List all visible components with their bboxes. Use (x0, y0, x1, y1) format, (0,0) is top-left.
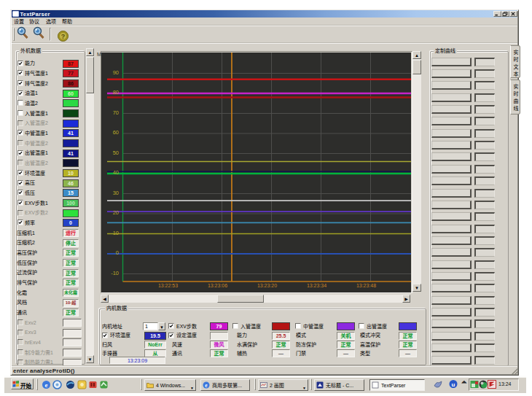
svg-text:13:23:48: 13:23:48 (356, 283, 376, 288)
svg-text:60: 60 (113, 129, 119, 136)
svg-text:10: 10 (113, 229, 119, 236)
svg-text:0: 0 (116, 249, 119, 256)
svg-text:90: 90 (113, 69, 119, 75)
svg-text:50: 50 (113, 149, 119, 155)
svg-text:?: ? (61, 32, 66, 39)
svg-text:70: 70 (113, 109, 119, 115)
svg-text:13:22:53: 13:22:53 (158, 283, 178, 288)
svg-text:20: 20 (113, 209, 119, 216)
svg-text:-10: -10 (111, 269, 119, 276)
svg-text:13:23:34: 13:23:34 (307, 283, 326, 288)
svg-text:13:23:06: 13:23:06 (208, 283, 227, 288)
svg-text:30: 30 (113, 189, 119, 195)
svg-text:u: u (452, 381, 455, 388)
svg-text:40: 40 (113, 169, 119, 176)
svg-text:e: e (45, 381, 48, 389)
svg-text:80: 80 (113, 89, 119, 96)
svg-text:13:23:20: 13:23:20 (257, 283, 277, 288)
